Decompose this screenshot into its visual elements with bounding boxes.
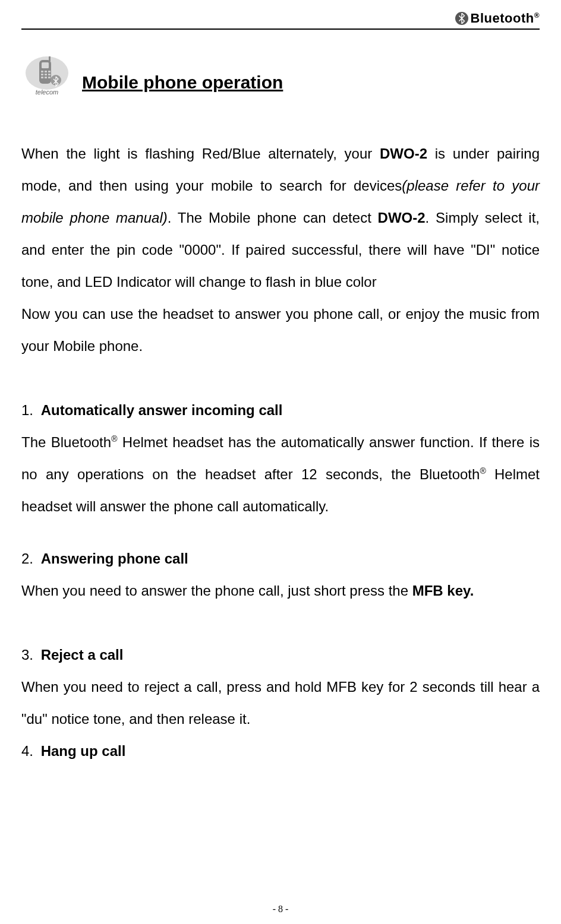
svg-rect-7 bbox=[45, 74, 47, 75]
intro-paragraph-2: Now you can use the headset to answer yo… bbox=[21, 298, 540, 362]
item-4-heading: 4. Hang up call bbox=[21, 735, 540, 767]
item-2-heading: 2. Answering phone call bbox=[21, 543, 540, 575]
svg-rect-3 bbox=[41, 71, 43, 72]
telecom-icon: telecom bbox=[21, 52, 73, 99]
svg-rect-10 bbox=[45, 77, 47, 78]
svg-rect-12 bbox=[49, 56, 51, 61]
svg-rect-6 bbox=[41, 74, 43, 75]
svg-rect-11 bbox=[48, 77, 51, 78]
item-3-body: When you need to reject a call, press an… bbox=[21, 671, 540, 735]
item-3-heading: 3. Reject a call bbox=[21, 639, 540, 671]
svg-rect-9 bbox=[41, 77, 43, 78]
svg-rect-4 bbox=[45, 71, 47, 72]
body-text: When the light is flashing Red/Blue alte… bbox=[21, 138, 540, 767]
item-1-heading: 1. Automatically answer incoming call bbox=[21, 394, 540, 426]
header-rule bbox=[21, 29, 540, 30]
page-content: telecom Mobile phone operation When the … bbox=[21, 52, 540, 767]
svg-rect-5 bbox=[48, 71, 51, 72]
bluetooth-wordmark: Bluetooth® bbox=[471, 11, 540, 26]
page-number: - 8 - bbox=[0, 904, 561, 914]
section-title: Mobile phone operation bbox=[82, 72, 283, 99]
header-logo: Bluetooth® bbox=[455, 11, 540, 26]
telecom-label: telecom bbox=[36, 88, 59, 96]
svg-rect-2 bbox=[42, 62, 49, 68]
intro-paragraph-1: When the light is flashing Red/Blue alte… bbox=[21, 138, 540, 298]
item-1-body: The Bluetooth® Helmet headset has the au… bbox=[21, 426, 540, 523]
section-heading-row: telecom Mobile phone operation bbox=[21, 52, 540, 99]
svg-rect-8 bbox=[48, 74, 51, 75]
bluetooth-icon bbox=[455, 12, 468, 25]
item-2-body: When you need to answer the phone call, … bbox=[21, 575, 540, 607]
